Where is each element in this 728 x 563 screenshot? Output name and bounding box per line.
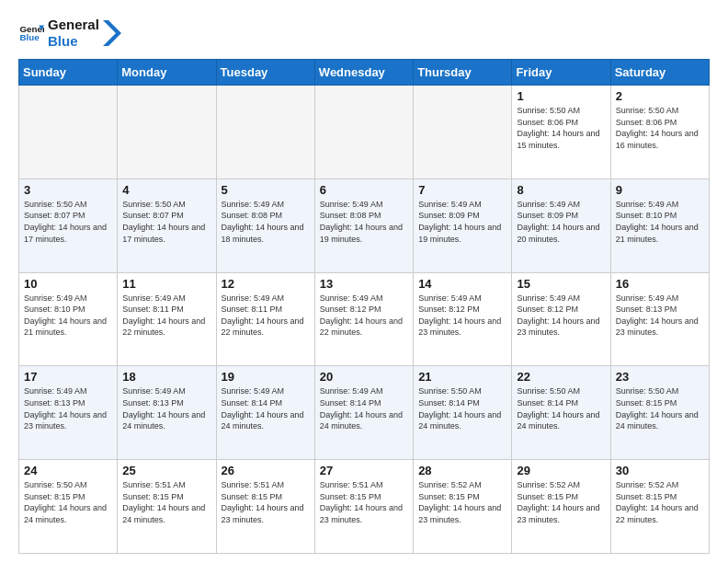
calendar-cell [216, 86, 314, 179]
calendar-cell: 11 Sunrise: 5:49 AMSunset: 8:11 PMDaylig… [118, 272, 216, 366]
calendar-cell: 15 Sunrise: 5:49 AMSunset: 8:12 PMDaylig… [512, 272, 610, 366]
calendar-cell: 21 Sunrise: 5:50 AMSunset: 8:14 PMDaylig… [414, 366, 512, 460]
calendar-cell: 9 Sunrise: 5:49 AMSunset: 8:10 PMDayligh… [610, 178, 709, 272]
day-info: Sunrise: 5:50 AMSunset: 8:14 PMDaylight:… [517, 385, 605, 431]
calendar-week-row: 17 Sunrise: 5:49 AMSunset: 8:13 PMDaylig… [19, 366, 710, 460]
calendar-cell: 20 Sunrise: 5:49 AMSunset: 8:14 PMDaylig… [314, 366, 413, 460]
calendar-header-day: Thursday [414, 60, 512, 86]
day-number: 21 [418, 370, 506, 384]
calendar-cell: 24 Sunrise: 5:50 AMSunset: 8:15 PMDaylig… [19, 460, 118, 554]
day-number: 23 [616, 370, 704, 384]
calendar-header-row: SundayMondayTuesdayWednesdayThursdayFrid… [19, 60, 710, 86]
day-info: Sunrise: 5:49 AMSunset: 8:11 PMDaylight:… [122, 293, 210, 339]
calendar-cell: 14 Sunrise: 5:49 AMSunset: 8:12 PMDaylig… [414, 272, 512, 366]
header: General Blue General Blue [18, 17, 710, 50]
calendar-cell: 7 Sunrise: 5:49 AMSunset: 8:09 PMDayligh… [414, 178, 512, 272]
calendar-cell: 25 Sunrise: 5:51 AMSunset: 8:15 PMDaylig… [118, 460, 216, 554]
calendar-table: SundayMondayTuesdayWednesdayThursdayFrid… [18, 59, 710, 554]
day-info: Sunrise: 5:50 AMSunset: 8:07 PMDaylight:… [24, 199, 112, 245]
calendar-cell: 18 Sunrise: 5:49 AMSunset: 8:13 PMDaylig… [118, 366, 216, 460]
calendar-cell [118, 86, 216, 179]
day-info: Sunrise: 5:49 AMSunset: 8:13 PMDaylight:… [616, 293, 704, 339]
day-info: Sunrise: 5:49 AMSunset: 8:14 PMDaylight:… [320, 385, 408, 431]
calendar-cell: 19 Sunrise: 5:49 AMSunset: 8:14 PMDaylig… [216, 366, 314, 460]
day-info: Sunrise: 5:49 AMSunset: 8:12 PMDaylight:… [517, 293, 605, 339]
day-info: Sunrise: 5:49 AMSunset: 8:12 PMDaylight:… [418, 293, 506, 339]
logo-line1: General [48, 17, 99, 33]
calendar-cell: 17 Sunrise: 5:49 AMSunset: 8:13 PMDaylig… [19, 366, 118, 460]
calendar-cell: 5 Sunrise: 5:49 AMSunset: 8:08 PMDayligh… [216, 178, 314, 272]
calendar-cell: 4 Sunrise: 5:50 AMSunset: 8:07 PMDayligh… [118, 178, 216, 272]
day-info: Sunrise: 5:52 AMSunset: 8:15 PMDaylight:… [418, 479, 506, 525]
day-info: Sunrise: 5:49 AMSunset: 8:08 PMDaylight:… [320, 199, 408, 245]
calendar-week-row: 3 Sunrise: 5:50 AMSunset: 8:07 PMDayligh… [19, 178, 710, 272]
day-number: 16 [616, 277, 704, 291]
day-info: Sunrise: 5:49 AMSunset: 8:13 PMDaylight:… [24, 385, 112, 431]
day-info: Sunrise: 5:49 AMSunset: 8:12 PMDaylight:… [320, 293, 408, 339]
day-number: 3 [24, 183, 112, 197]
day-number: 12 [222, 277, 310, 291]
day-number: 28 [418, 464, 506, 477]
day-info: Sunrise: 5:49 AMSunset: 8:08 PMDaylight:… [222, 199, 310, 245]
day-number: 24 [24, 464, 112, 477]
calendar-cell: 10 Sunrise: 5:49 AMSunset: 8:10 PMDaylig… [19, 272, 118, 366]
day-info: Sunrise: 5:52 AMSunset: 8:15 PMDaylight:… [616, 479, 704, 525]
calendar-cell: 12 Sunrise: 5:49 AMSunset: 8:11 PMDaylig… [216, 272, 314, 366]
day-number: 15 [517, 277, 605, 291]
calendar-week-row: 1 Sunrise: 5:50 AMSunset: 8:06 PMDayligh… [19, 86, 710, 179]
day-number: 29 [517, 464, 605, 477]
day-number: 27 [320, 464, 408, 477]
day-info: Sunrise: 5:49 AMSunset: 8:10 PMDaylight:… [616, 199, 704, 245]
svg-text:Blue: Blue [19, 32, 40, 42]
day-info: Sunrise: 5:51 AMSunset: 8:15 PMDaylight:… [122, 479, 210, 525]
logo: General Blue General Blue [18, 17, 121, 50]
calendar-header-day: Monday [118, 60, 216, 86]
day-info: Sunrise: 5:49 AMSunset: 8:13 PMDaylight:… [122, 385, 210, 431]
calendar-header-day: Tuesday [216, 60, 314, 86]
calendar-cell: 6 Sunrise: 5:49 AMSunset: 8:08 PMDayligh… [314, 178, 413, 272]
calendar-cell: 2 Sunrise: 5:50 AMSunset: 8:06 PMDayligh… [610, 86, 709, 179]
logo-chevron-icon [103, 20, 121, 46]
day-number: 20 [320, 370, 408, 384]
day-number: 9 [616, 183, 704, 197]
day-number: 1 [517, 89, 605, 103]
calendar-header-day: Wednesday [314, 60, 413, 86]
day-number: 5 [222, 183, 310, 197]
day-number: 22 [517, 370, 605, 384]
calendar-week-row: 24 Sunrise: 5:50 AMSunset: 8:15 PMDaylig… [19, 460, 710, 554]
calendar-cell: 16 Sunrise: 5:49 AMSunset: 8:13 PMDaylig… [610, 272, 709, 366]
day-info: Sunrise: 5:49 AMSunset: 8:10 PMDaylight:… [24, 293, 112, 339]
calendar-cell [314, 86, 413, 179]
svg-marker-3 [103, 20, 121, 46]
calendar-cell: 8 Sunrise: 5:49 AMSunset: 8:09 PMDayligh… [512, 178, 610, 272]
day-info: Sunrise: 5:52 AMSunset: 8:15 PMDaylight:… [517, 479, 605, 525]
calendar-header-day: Saturday [610, 60, 709, 86]
page: General Blue General Blue SundayMondayTu… [0, 0, 728, 563]
calendar-cell: 13 Sunrise: 5:49 AMSunset: 8:12 PMDaylig… [314, 272, 413, 366]
day-info: Sunrise: 5:50 AMSunset: 8:07 PMDaylight:… [122, 199, 210, 245]
day-number: 2 [616, 89, 704, 103]
calendar-cell: 1 Sunrise: 5:50 AMSunset: 8:06 PMDayligh… [512, 86, 610, 179]
day-number: 18 [122, 370, 210, 384]
calendar-body: 1 Sunrise: 5:50 AMSunset: 8:06 PMDayligh… [19, 86, 710, 554]
day-number: 10 [24, 277, 112, 291]
calendar-cell: 28 Sunrise: 5:52 AMSunset: 8:15 PMDaylig… [414, 460, 512, 554]
day-number: 30 [616, 464, 704, 477]
day-info: Sunrise: 5:50 AMSunset: 8:15 PMDaylight:… [24, 479, 112, 525]
day-info: Sunrise: 5:50 AMSunset: 8:06 PMDaylight:… [616, 105, 704, 151]
day-info: Sunrise: 5:49 AMSunset: 8:09 PMDaylight:… [418, 199, 506, 245]
day-info: Sunrise: 5:51 AMSunset: 8:15 PMDaylight:… [320, 479, 408, 525]
calendar-cell: 27 Sunrise: 5:51 AMSunset: 8:15 PMDaylig… [314, 460, 413, 554]
calendar-header-day: Sunday [19, 60, 118, 86]
day-number: 7 [418, 183, 506, 197]
day-number: 17 [24, 370, 112, 384]
day-info: Sunrise: 5:51 AMSunset: 8:15 PMDaylight:… [222, 479, 310, 525]
day-info: Sunrise: 5:50 AMSunset: 8:15 PMDaylight:… [616, 385, 704, 431]
day-number: 19 [222, 370, 310, 384]
calendar-cell: 22 Sunrise: 5:50 AMSunset: 8:14 PMDaylig… [512, 366, 610, 460]
day-number: 11 [122, 277, 210, 291]
calendar-cell: 23 Sunrise: 5:50 AMSunset: 8:15 PMDaylig… [610, 366, 709, 460]
day-info: Sunrise: 5:50 AMSunset: 8:14 PMDaylight:… [418, 385, 506, 431]
day-number: 13 [320, 277, 408, 291]
day-info: Sunrise: 5:49 AMSunset: 8:14 PMDaylight:… [222, 385, 310, 431]
